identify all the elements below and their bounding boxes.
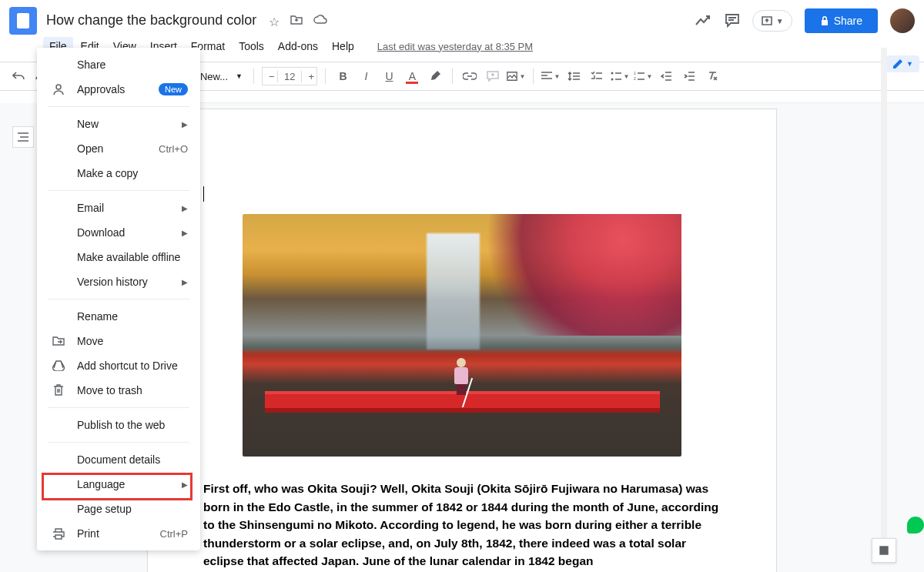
bold-button[interactable]: B — [333, 67, 352, 85]
outline-toggle-button[interactable] — [12, 126, 34, 148]
menu-item-share[interactable]: Share — [37, 52, 200, 77]
menu-item-print[interactable]: PrintCtrl+P — [37, 521, 200, 546]
submenu-arrow-icon: ▶ — [182, 120, 188, 129]
text-cursor — [203, 186, 204, 202]
bulleted-list-button[interactable]: ▼ — [611, 67, 629, 85]
menu-item-label: Make available offline — [77, 251, 188, 263]
add-comment-button[interactable] — [484, 67, 502, 85]
menu-item-publish-to-the-web[interactable]: Publish to the web — [37, 413, 200, 437]
menu-item-new[interactable]: New▶ — [37, 112, 200, 136]
menu-item-label: Download — [77, 226, 182, 239]
menu-item-move-to-trash[interactable]: Move to trash — [37, 378, 200, 403]
document-inline-image[interactable] — [243, 214, 681, 457]
menu-item-label: Open — [77, 142, 159, 155]
keyboard-shortcut: Ctrl+P — [160, 528, 188, 540]
activity-icon[interactable] — [695, 15, 712, 26]
cloud-status-icon[interactable] — [313, 15, 327, 29]
submenu-arrow-icon: ▶ — [182, 229, 188, 237]
explore-button[interactable] — [872, 538, 896, 563]
document-title[interactable]: How change the background color — [46, 12, 256, 28]
font-size-increase[interactable]: + — [301, 71, 316, 82]
chevron-down-icon: ▼ — [776, 17, 784, 25]
keyboard-shortcut: Ctrl+O — [159, 143, 188, 155]
menu-item-make-available-offline[interactable]: Make available offline — [37, 245, 200, 269]
menu-item-email[interactable]: Email▶ — [37, 196, 200, 220]
underline-button[interactable]: U — [380, 67, 398, 85]
svg-point-0 — [611, 72, 614, 75]
menu-separator — [48, 407, 189, 408]
move-icon — [51, 336, 66, 346]
document-page[interactable]: First off, who was Okita Souji? Well, Ok… — [148, 109, 776, 572]
insert-image-button[interactable]: ▼ — [507, 67, 525, 85]
menu-addons[interactable]: Add-ons — [272, 37, 324, 55]
checklist-button[interactable] — [588, 67, 606, 85]
menu-item-label: Approvals — [77, 83, 159, 95]
menu-help[interactable]: Help — [326, 37, 360, 55]
person-icon — [51, 83, 66, 95]
font-size-control[interactable]: − 12 + — [262, 67, 317, 85]
line-spacing-button[interactable] — [564, 67, 583, 85]
menu-item-label: Move to trash — [77, 384, 188, 396]
svg-text:2: 2 — [634, 76, 636, 81]
clear-formatting-button[interactable] — [703, 67, 721, 85]
menu-item-approvals[interactable]: ApprovalsNew — [37, 77, 200, 102]
numbered-list-button[interactable]: 12▼ — [634, 67, 652, 85]
comment-history-icon[interactable] — [725, 13, 740, 28]
docs-logo[interactable] — [9, 7, 37, 35]
menu-tools[interactable]: Tools — [233, 37, 270, 55]
menu-item-label: Make a copy — [77, 167, 188, 179]
svg-point-1 — [611, 79, 614, 81]
menu-item-language[interactable]: Language▶ — [37, 472, 200, 497]
menu-item-page-setup[interactable]: Page setup — [37, 497, 200, 521]
new-badge: New — [159, 83, 188, 95]
menu-item-open[interactable]: OpenCtrl+O — [37, 136, 200, 161]
last-edit-link[interactable]: Last edit was yesterday at 8:35 PM — [377, 41, 533, 52]
svg-text:1: 1 — [634, 72, 636, 75]
menu-item-label: Rename — [77, 310, 188, 323]
menu-item-label: Document details — [77, 453, 188, 466]
star-icon[interactable]: ☆ — [269, 15, 280, 29]
increase-indent-button[interactable] — [680, 67, 698, 85]
support-chat-icon[interactable] — [907, 517, 924, 534]
menu-item-add-shortcut-to-drive[interactable]: Add shortcut to Drive — [37, 353, 200, 378]
document-body-text[interactable]: First off, who was Okita Souji? Well, Ok… — [203, 480, 721, 570]
menu-separator — [48, 190, 189, 191]
italic-button[interactable]: I — [357, 67, 375, 85]
menu-item-label: Share — [77, 59, 188, 71]
menu-item-move[interactable]: Move — [37, 329, 200, 353]
font-size-decrease[interactable]: − — [263, 71, 278, 82]
menu-item-label: Move — [77, 335, 188, 347]
share-button[interactable]: Share — [805, 8, 878, 33]
decrease-indent-button[interactable] — [657, 67, 675, 85]
undo-button[interactable] — [9, 67, 28, 85]
menu-item-label: Email — [77, 202, 182, 214]
insert-link-button[interactable] — [460, 67, 479, 85]
dropdown-scrollbar[interactable] — [881, 48, 887, 559]
menu-item-version-history[interactable]: Version history▶ — [37, 269, 200, 294]
menu-item-label: Publish to the web — [77, 419, 188, 431]
menu-item-document-details[interactable]: Document details — [37, 447, 200, 472]
drive-icon — [51, 360, 66, 371]
menu-item-download[interactable]: Download▶ — [37, 220, 200, 245]
submenu-arrow-icon: ▶ — [182, 480, 188, 489]
menu-item-rename[interactable]: Rename — [37, 304, 200, 329]
present-button[interactable]: ▼ — [752, 10, 792, 32]
submenu-arrow-icon: ▶ — [182, 278, 188, 286]
menu-item-make-a-copy[interactable]: Make a copy — [37, 161, 200, 186]
menu-separator — [48, 299, 189, 299]
menu-item-label: Version history — [77, 276, 182, 288]
editing-mode-button[interactable]: ▼ — [886, 55, 919, 72]
menu-separator — [48, 442, 189, 443]
highlight-color-button[interactable] — [426, 67, 444, 85]
svg-point-4 — [56, 85, 61, 89]
submenu-arrow-icon: ▶ — [182, 204, 188, 212]
print-icon — [51, 528, 66, 540]
menu-separator — [48, 106, 189, 107]
text-color-button[interactable]: A — [403, 67, 421, 85]
app-header: How change the background color ☆ ▼ Shar… — [0, 0, 924, 35]
align-button[interactable]: ▼ — [541, 67, 560, 85]
account-avatar[interactable] — [890, 8, 915, 33]
menu-item-label: Print — [77, 527, 160, 540]
move-folder-icon[interactable] — [290, 15, 303, 29]
font-size-value[interactable]: 12 — [278, 71, 301, 82]
